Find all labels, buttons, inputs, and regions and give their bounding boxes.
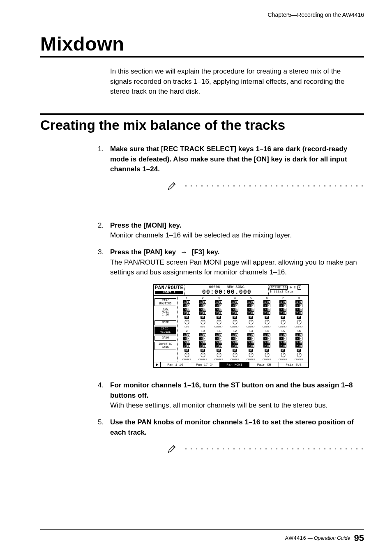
bus-assign-3[interactable]: 3 xyxy=(295,337,299,340)
pan-knob[interactable] xyxy=(275,320,291,326)
bus-assign-5[interactable]: 5 xyxy=(279,341,283,344)
bus-assign-6[interactable]: 6 xyxy=(203,341,206,344)
pan-routing-button[interactable]: PAN/ROUTING xyxy=(154,298,176,306)
bus-assign-2[interactable]: 2 xyxy=(235,300,238,304)
bus-assign-3[interactable]: 3 xyxy=(215,337,219,340)
bus-assign-6[interactable]: 6 xyxy=(299,341,302,344)
bus-assign-5[interactable]: 5 xyxy=(279,308,283,311)
bus-assign-8[interactable]: 8 xyxy=(267,344,270,348)
st-button[interactable]: ST xyxy=(265,316,269,319)
bus-assign-7[interactable]: 7 xyxy=(279,311,283,315)
tab-pan-moni[interactable]: Pan MONI xyxy=(220,362,249,367)
st-button[interactable]: ST xyxy=(201,349,205,352)
bus-assign-4[interactable]: 4 xyxy=(299,337,302,340)
bus-assign-2[interactable]: 2 xyxy=(235,333,238,336)
bus-assign-7[interactable]: 7 xyxy=(263,344,267,348)
bus-assign-2[interactable]: 2 xyxy=(187,300,190,304)
bus-assign-6[interactable]: 6 xyxy=(251,341,254,344)
bus-assign-6[interactable]: 6 xyxy=(203,308,206,311)
bus-assign-8[interactable]: 8 xyxy=(187,311,190,315)
bus-assign-1[interactable]: 1 xyxy=(183,300,187,304)
bus-assign-4[interactable]: 4 xyxy=(251,337,254,340)
bus-assign-4[interactable]: 4 xyxy=(187,337,190,340)
bus-assign-7[interactable]: 7 xyxy=(231,344,235,348)
bus-assign-5[interactable]: 5 xyxy=(247,308,251,311)
bus-assign-2[interactable]: 2 xyxy=(267,300,270,304)
bus-assign-2[interactable]: 2 xyxy=(219,333,222,336)
bus-assign-7[interactable]: 7 xyxy=(247,311,251,315)
bus-assign-7[interactable]: 7 xyxy=(215,344,219,348)
bus-assign-3[interactable]: 3 xyxy=(247,304,251,307)
inverted-gang-button[interactable]: INVERTEDGANG xyxy=(154,342,176,350)
bus-assign-7[interactable]: 7 xyxy=(247,344,251,348)
bus-assign-4[interactable]: 4 xyxy=(203,304,206,307)
bus-assign-7[interactable]: 7 xyxy=(215,311,219,315)
bus-assign-5[interactable]: 5 xyxy=(199,308,203,311)
bus-assign-4[interactable]: 4 xyxy=(219,337,222,340)
bus-assign-8[interactable]: 8 xyxy=(219,344,222,348)
bus-assign-6[interactable]: 6 xyxy=(283,341,286,344)
bus-assign-4[interactable]: 4 xyxy=(235,304,238,307)
st-button[interactable]: ST xyxy=(281,316,285,319)
bus-assign-5[interactable]: 5 xyxy=(295,341,299,344)
bus-assign-1[interactable]: 1 xyxy=(215,300,219,304)
bus-assign-5[interactable]: 5 xyxy=(263,308,267,311)
bus-assign-6[interactable]: 6 xyxy=(251,308,254,311)
bus-assign-6[interactable]: 6 xyxy=(187,308,190,311)
bus-assign-3[interactable]: 3 xyxy=(295,304,299,307)
bus-assign-7[interactable]: 7 xyxy=(231,311,235,315)
pan-knob[interactable] xyxy=(227,320,243,326)
st-button[interactable]: ST xyxy=(265,349,269,352)
bus-assign-7[interactable]: 7 xyxy=(183,344,187,348)
st-button[interactable]: ST xyxy=(201,316,205,319)
pan-knob[interactable] xyxy=(259,352,275,359)
bus-assign-5[interactable]: 5 xyxy=(263,341,267,344)
pan-knob[interactable] xyxy=(195,352,211,359)
st-button[interactable]: ST xyxy=(281,349,285,352)
bus-assign-2[interactable]: 2 xyxy=(283,333,286,336)
bus-assign-2[interactable]: 2 xyxy=(251,300,254,304)
bus-assign-5[interactable]: 5 xyxy=(215,341,219,344)
bus-assign-1[interactable]: 1 xyxy=(231,300,235,304)
individual-button[interactable]: INDI-VIDUAL xyxy=(154,327,176,334)
pan-knob[interactable] xyxy=(211,352,227,359)
bus-assign-6[interactable]: 6 xyxy=(187,341,190,344)
bus-assign-5[interactable]: 5 xyxy=(183,308,187,311)
bus-assign-2[interactable]: 2 xyxy=(299,333,302,336)
bus-assign-1[interactable]: 1 xyxy=(263,300,267,304)
bus-assign-1[interactable]: 1 xyxy=(295,333,299,336)
bus-assign-1[interactable]: 1 xyxy=(279,300,283,304)
bus-assign-4[interactable]: 4 xyxy=(235,337,238,340)
tab-pan-17-24[interactable]: Pan 17-24 xyxy=(190,362,220,367)
bus-assign-8[interactable]: 8 xyxy=(219,311,222,315)
bus-assign-7[interactable]: 7 xyxy=(199,344,203,348)
pan-knob[interactable] xyxy=(195,320,211,326)
bus-assign-5[interactable]: 5 xyxy=(295,308,299,311)
pan-knob[interactable] xyxy=(227,352,243,359)
bus-assign-5[interactable]: 5 xyxy=(215,308,219,311)
bus-assign-2[interactable]: 2 xyxy=(283,300,286,304)
bus-assign-1[interactable]: 1 xyxy=(215,333,219,336)
play-icon[interactable] xyxy=(154,362,161,367)
bus-assign-2[interactable]: 2 xyxy=(299,300,302,304)
bus-assign-6[interactable]: 6 xyxy=(267,308,270,311)
pan-knob[interactable] xyxy=(243,352,259,359)
gang-button[interactable]: GANG xyxy=(154,336,176,341)
st-button[interactable]: ST xyxy=(249,316,253,319)
bus-assign-7[interactable]: 7 xyxy=(279,344,283,348)
bus-assign-7[interactable]: 7 xyxy=(183,311,187,315)
pan-knob[interactable] xyxy=(259,320,275,326)
bus-assign-3[interactable]: 3 xyxy=(263,304,267,307)
bus-assign-1[interactable]: 1 xyxy=(231,333,235,336)
bus-assign-1[interactable]: 1 xyxy=(199,333,203,336)
bus-assign-3[interactable]: 3 xyxy=(199,304,203,307)
tab-pair-bus[interactable]: Pair BUS xyxy=(279,362,308,367)
bus-assign-8[interactable]: 8 xyxy=(187,344,190,348)
bus-assign-8[interactable]: 8 xyxy=(203,344,206,348)
bus-assign-1[interactable]: 1 xyxy=(183,333,187,336)
bus-assign-4[interactable]: 4 xyxy=(267,304,270,307)
bus-assign-4[interactable]: 4 xyxy=(251,304,254,307)
bus-assign-8[interactable]: 8 xyxy=(299,344,302,348)
bus-assign-5[interactable]: 5 xyxy=(231,341,235,344)
bus-assign-4[interactable]: 4 xyxy=(219,304,222,307)
